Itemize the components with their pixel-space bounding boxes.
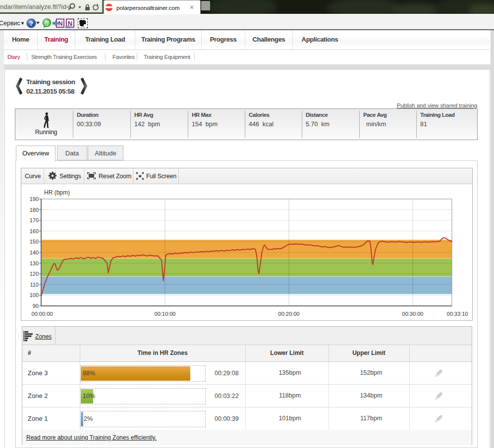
svg-text:110: 110 — [30, 282, 39, 288]
svg-text:180: 180 — [30, 207, 39, 213]
svg-text:160: 160 — [30, 228, 39, 234]
svg-text:00:30:00: 00:30:00 — [402, 311, 424, 317]
svg-text:00:33:10: 00:33:10 — [447, 311, 468, 317]
svg-text:140: 140 — [30, 249, 39, 255]
svg-text:130: 130 — [30, 260, 39, 266]
svg-text:@: @ — [44, 20, 50, 26]
svg-text:00:20:00: 00:20:00 — [278, 311, 300, 317]
svg-text:?: ? — [29, 20, 33, 27]
svg-text:00:00:00: 00:00:00 — [32, 311, 53, 317]
svg-text:170: 170 — [30, 217, 39, 223]
svg-text:150: 150 — [30, 239, 39, 245]
svg-text:N: N — [58, 20, 62, 27]
svg-text:100: 100 — [30, 292, 39, 298]
svg-text:00:10:00: 00:10:00 — [155, 311, 176, 317]
svg-text:120: 120 — [30, 271, 39, 277]
svg-text:90: 90 — [33, 303, 39, 309]
svg-text:HR (bpm): HR (bpm) — [44, 189, 70, 196]
svg-text:190: 190 — [30, 196, 39, 202]
